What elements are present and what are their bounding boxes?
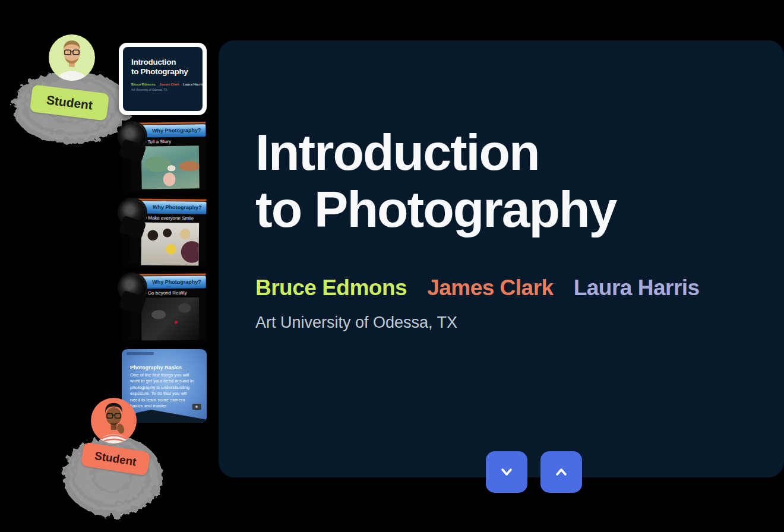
camera-lens-graphic — [118, 274, 150, 312]
thumbnail-title: Photography Basics — [130, 365, 182, 370]
slide-header-placeholder — [127, 352, 154, 355]
scribble-annotation-bottom — [58, 431, 171, 525]
person-illustration — [49, 34, 95, 81]
thumbnail-authors: Bruce Edmons James Clark Laura Harris — [131, 83, 195, 86]
camera-lens-graphic — [118, 200, 150, 238]
chevron-up-icon — [553, 464, 570, 480]
current-slide: Introduction to Photography Bruce Edmons… — [219, 40, 784, 477]
slide-title-line1: Introduction — [255, 124, 616, 180]
thumbnail-slide-preview: Introduction to Photography Bruce Edmons… — [123, 47, 203, 111]
thumbnail-title: Introduction to Photography — [131, 58, 195, 76]
person-illustration — [91, 398, 137, 444]
chevron-down-icon — [498, 464, 515, 480]
slide-decoration — [127, 410, 207, 423]
author-name-3: Laura Harris — [574, 276, 700, 300]
presentation-canvas: Introduction to Photography Bruce Edmons… — [0, 0, 784, 532]
slide-subtitle: Art University of Odessa, TX — [255, 314, 457, 332]
author-name-1: Bruce Edmons — [255, 276, 407, 300]
collaborator-avatar-bottom — [91, 398, 137, 444]
author-name-2: James Clark — [427, 276, 554, 300]
collaborator-avatar-top — [49, 34, 95, 81]
camera-lens-graphic — [118, 123, 150, 161]
thumbnail-subtitle: Art University of Odessa, TX — [131, 88, 195, 91]
camera-icon — [192, 404, 201, 410]
slide-title: Introduction to Photography — [255, 124, 616, 238]
slide-authors: Bruce Edmons James Clark Laura Harris — [255, 276, 700, 300]
slide-title-line2: to Photography — [255, 180, 616, 238]
thumbnail-body-text: One of the first things you will want to… — [130, 372, 194, 410]
slide-thumbnail-4[interactable]: Why Photography? • Go beyond Reality — [122, 272, 207, 343]
slide-thumbnail-1[interactable]: Introduction to Photography Bruce Edmons… — [119, 43, 207, 115]
slide-thumbnail-3[interactable]: Why Photography? • Make everyone Smile — [122, 197, 207, 268]
slide-thumbnail-2[interactable]: Why Photography? • Tell a Story — [122, 121, 207, 194]
next-slide-button[interactable] — [486, 451, 527, 493]
previous-slide-button[interactable] — [540, 451, 582, 493]
